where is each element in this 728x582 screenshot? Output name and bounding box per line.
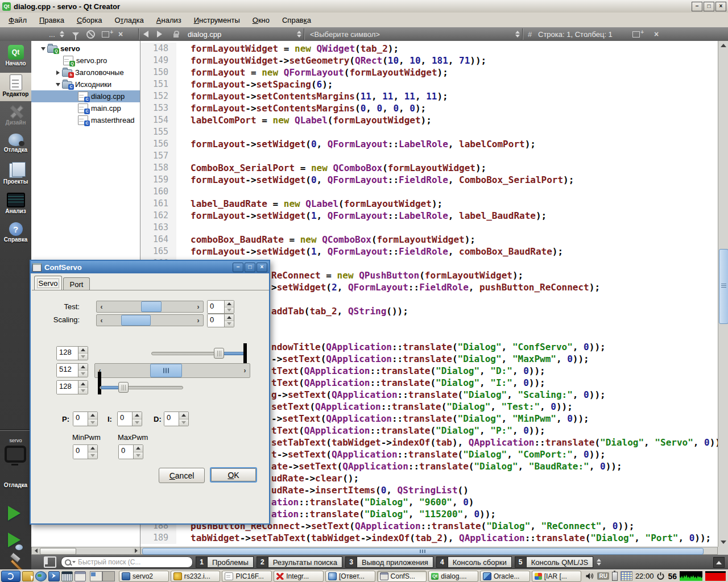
code-line[interactable]: 150formLayout = new QFormLayout(formLayo… [140, 66, 718, 78]
sidebar-mode-Редактор[interactable]: Редактор [0, 73, 31, 101]
code-line[interactable]: 164comboBox_BaudRate = new QComboBox(for… [140, 234, 718, 246]
expand-open-icon[interactable] [54, 83, 62, 86]
task-button-dialog....[interactable]: Qtdialog.... [428, 571, 478, 582]
volume-icon[interactable] [585, 572, 594, 580]
code-line[interactable]: 159formLayout->setWidget(0, QFormLayout:… [140, 174, 718, 186]
code-line[interactable]: 161label_BaudRate = new QLabel(formLayou… [140, 198, 718, 210]
keyboard-layout-indicator[interactable]: RU [597, 572, 609, 580]
code-text[interactable]: formLayout->setWidget(0, QFormLayout::Fi… [176, 174, 718, 186]
scroll-up-icon[interactable] [719, 42, 727, 49]
start-menu-button[interactable] [1, 571, 20, 582]
dialog-title-bar[interactable]: ConfServo – □ × [31, 261, 269, 273]
close-editor-icon[interactable]: × [654, 27, 659, 41]
menu-Инструменты[interactable]: Инструменты [188, 14, 246, 26]
konqueror-icon[interactable] [48, 571, 60, 581]
scroll-down-icon[interactable] [719, 539, 727, 546]
task-button-rs232.i...[interactable]: rs232.i... [171, 571, 221, 582]
symbol-combo-arrows-icon[interactable] [511, 27, 520, 41]
toggle-sidebar-icon[interactable] [44, 556, 56, 568]
run-button[interactable] [8, 506, 20, 521]
spin-down-icon[interactable] [225, 321, 234, 327]
code-text[interactable]: formLayout->setWidget(0, QFormLayout::La… [176, 138, 718, 150]
code-line[interactable]: 155 [140, 126, 718, 138]
spin-down-icon[interactable] [134, 452, 143, 459]
dialog-maximize-icon[interactable]: □ [245, 263, 255, 272]
code-text[interactable]: label_BaudRate = new QLabel(formLayoutWi… [176, 198, 718, 210]
slider-handle[interactable] [118, 382, 129, 393]
code-text[interactable] [176, 186, 718, 198]
tree-item-main.cpp[interactable]: Cmain.cpp [31, 102, 140, 114]
close-icon[interactable]: × [715, 2, 726, 11]
split-pane-icon[interactable] [102, 27, 109, 41]
code-text[interactable]: comboBox_BaudRate = new QComboBox(formLa… [176, 234, 718, 246]
scroll-right-icon[interactable] [133, 548, 139, 554]
scrollbar-thumb[interactable] [142, 548, 704, 555]
tree-item-Заголовочные[interactable]: hЗаголовочные [31, 66, 140, 78]
scroll-right-icon[interactable]: › [193, 301, 203, 312]
code-line[interactable]: 162formLayout->setWidget(1, QFormLayout:… [140, 210, 718, 222]
spin-down-icon[interactable] [179, 419, 188, 426]
desktop-pager[interactable] [90, 571, 115, 581]
minimize-icon[interactable]: – [692, 2, 702, 11]
file-manager-icon[interactable] [22, 571, 34, 581]
network-monitor[interactable] [680, 571, 702, 581]
code-text[interactable]: formLayoutWidget->setGeometry(QRect(10, … [176, 55, 718, 66]
forward-icon[interactable] [157, 27, 162, 41]
desktop-2[interactable] [102, 571, 115, 581]
spin-down-icon[interactable] [88, 419, 97, 426]
spin-down-icon[interactable] [78, 370, 88, 377]
ok-button[interactable]: OK [210, 467, 257, 483]
spin-up-icon[interactable] [88, 412, 97, 419]
dialog-minimize-icon[interactable]: – [233, 263, 243, 272]
close-pane-icon[interactable]: × [118, 27, 123, 41]
tab-port[interactable]: Port [63, 277, 90, 290]
code-line[interactable]: 148formLayoutWidget = new QWidget(tab_2)… [140, 43, 718, 55]
browser-icon[interactable] [35, 571, 47, 581]
tree-item-Исходники[interactable]: CИсходники [31, 78, 140, 90]
editor-vscrollbar[interactable] [718, 41, 728, 547]
calculator-icon[interactable] [61, 571, 73, 581]
scroll-left-icon[interactable] [32, 548, 39, 554]
code-line[interactable]: 152formLayout->setContentsMargins(11, 11… [140, 90, 718, 102]
menu-Справка[interactable]: Справка [276, 14, 317, 26]
dialog-close-icon[interactable]: × [257, 263, 267, 272]
code-text[interactable]: tabWidget->setTabText(tabWidget->indexOf… [176, 532, 718, 544]
spin-up-icon[interactable] [134, 445, 143, 452]
expand-closed-icon[interactable] [54, 70, 62, 75]
position-spinbox[interactable]: 512 [56, 363, 88, 377]
maximize-icon[interactable]: □ [704, 2, 714, 11]
code-text[interactable]: formLayout->setSpacing(6); [176, 78, 718, 90]
code-line[interactable]: 149formLayoutWidget->setGeometry(QRect(1… [140, 55, 718, 66]
test-spinbox[interactable]: 0 [207, 300, 234, 314]
scroll-left-icon[interactable]: ‹ [97, 315, 106, 326]
code-text[interactable]: formLayout->setWidget(1, QFormLayout::Fi… [176, 246, 718, 257]
spin-up-icon[interactable] [179, 412, 188, 419]
editor-hscrollbar[interactable] [140, 547, 718, 555]
sidebar-mode-Отладка[interactable]: Отладка [0, 132, 31, 160]
tree-item-dialog.cpp[interactable]: Cdialog.cpp [31, 90, 140, 102]
tree-item-servo[interactable]: Qservo [31, 43, 140, 55]
scrollbar-thumb[interactable] [719, 249, 728, 324]
code-line[interactable]: 160 [140, 186, 718, 198]
minpwm-spinbox[interactable]: 0 [73, 444, 98, 459]
panel-button-Консоль сборки[interactable]: 4Консоль сборки [436, 556, 512, 568]
menu-Анализ[interactable]: Анализ [150, 14, 188, 26]
tab-servo[interactable]: Servo [34, 276, 62, 290]
spin-down-icon[interactable] [88, 452, 97, 459]
file-combo-arrows-icon[interactable] [292, 27, 301, 41]
split-editor-icon[interactable] [632, 27, 640, 41]
pane-selector[interactable]: ... [49, 27, 64, 41]
code-line[interactable]: 154labelComPort = new QLabel(formLayoutW… [140, 114, 718, 126]
sidebar-mode-Начало[interactable]: QtНачало [0, 43, 31, 72]
code-text[interactable]: formLayout->setContentsMargins(11, 11, 1… [176, 90, 718, 102]
project-tree-hscrollbar[interactable] [31, 547, 140, 555]
panel-button-Проблемы[interactable]: 1Проблемы [196, 556, 254, 568]
task-button-[IAR [...[interactable]: [IAR [... [532, 571, 582, 582]
code-line[interactable]: 157 [140, 150, 718, 162]
minpwm-slider-spinbox[interactable]: 128 [56, 380, 88, 394]
spin-down-icon[interactable] [78, 387, 88, 394]
code-line[interactable]: 156formLayout->setWidget(0, QFormLayout:… [140, 138, 718, 150]
task-button-Oracle...[interactable]: Oracle... [480, 571, 530, 582]
spin-down-icon[interactable] [78, 353, 88, 360]
desktop-1[interactable] [90, 571, 102, 581]
